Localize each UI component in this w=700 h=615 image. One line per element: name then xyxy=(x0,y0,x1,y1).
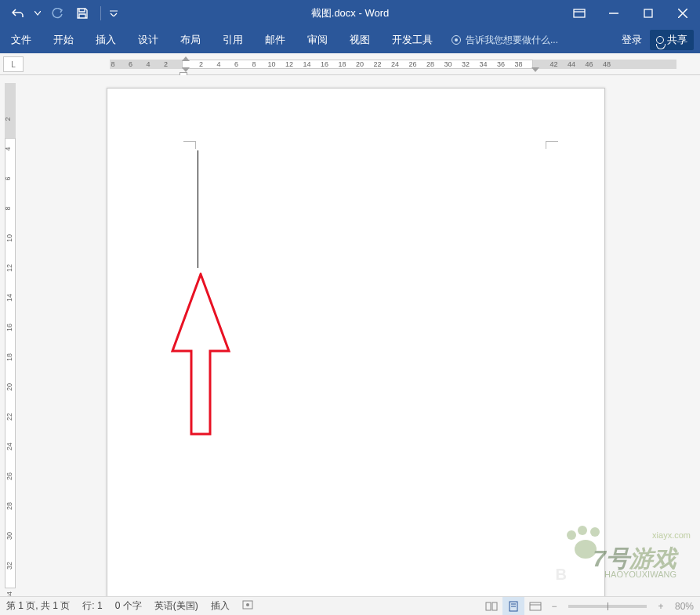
status-language[interactable]: 英语(美国) xyxy=(148,599,205,613)
right-indent-marker[interactable] xyxy=(531,67,539,72)
workspace: 246810121416182022242628303234 xyxy=(0,75,700,596)
h-ruler-tick: 10 xyxy=(267,60,275,68)
h-ruler-tick: 46 xyxy=(585,60,593,68)
horizontal-ruler[interactable]: 8642246810121416182022242628303234363842… xyxy=(24,56,700,72)
tab-selector[interactable]: L xyxy=(3,56,24,72)
margin-corner-top-right xyxy=(546,141,558,149)
v-ruler-tick: 6 xyxy=(4,176,12,180)
h-ruler-tick: 16 xyxy=(321,60,328,68)
v-ruler-tick: 32 xyxy=(5,562,13,570)
redo-icon[interactable] xyxy=(47,3,67,24)
h-ruler-tick: 2 xyxy=(164,60,168,68)
svg-point-5 xyxy=(246,603,249,606)
h-ruler-tick: 4 xyxy=(216,60,220,68)
title-bar: 截图.docx - Word xyxy=(0,0,700,27)
text-cursor xyxy=(198,150,198,268)
h-ruler-tick: 38 xyxy=(514,60,522,68)
v-ruler-tick: 30 xyxy=(5,532,13,540)
tab-insert[interactable]: 插入 xyxy=(85,27,127,53)
margin-corner-top-left xyxy=(183,141,196,149)
view-web-layout-icon[interactable] xyxy=(524,597,546,616)
ribbon-display-icon[interactable] xyxy=(562,0,597,27)
h-ruler-tick: 4 xyxy=(146,60,150,68)
v-ruler-tick: 20 xyxy=(5,383,13,391)
h-ruler-tick: 36 xyxy=(497,60,505,68)
vertical-ruler[interactable]: 246810121416182022242628303234 xyxy=(0,75,20,596)
maximize-icon[interactable] xyxy=(631,0,666,27)
zoom-level[interactable]: 80% xyxy=(669,601,700,612)
h-ruler-tick: 12 xyxy=(285,60,293,68)
svg-rect-6 xyxy=(486,602,491,610)
tab-design[interactable]: 设计 xyxy=(127,27,169,53)
tell-me-search[interactable]: 告诉我您想要做什么... xyxy=(452,27,558,53)
first-line-indent-marker[interactable] xyxy=(182,56,190,61)
window-controls xyxy=(562,0,700,27)
status-page[interactable]: 第 1 页, 共 1 页 xyxy=(0,599,76,613)
h-ruler-tick: 44 xyxy=(568,60,575,68)
v-ruler-tick: 4 xyxy=(4,147,12,150)
qat-separator xyxy=(100,6,101,20)
share-button[interactable]: 共享 xyxy=(650,30,694,50)
baidu-watermark: B xyxy=(556,566,567,584)
qat-customize-icon[interactable] xyxy=(109,3,118,24)
v-ruler-tick: 14 xyxy=(5,294,13,302)
v-ruler-tick: 16 xyxy=(5,324,13,331)
h-ruler-tick: 8 xyxy=(111,60,114,68)
view-read-mode-icon[interactable] xyxy=(481,597,502,616)
h-ruler-tick: 6 xyxy=(234,60,238,68)
lightbulb-icon xyxy=(452,35,461,45)
tab-review[interactable]: 审阅 xyxy=(296,27,339,53)
status-macro-icon[interactable] xyxy=(236,600,259,612)
horizontal-ruler-row: L 86422468101214161820222426283032343638… xyxy=(0,53,700,75)
h-ruler-tick: 26 xyxy=(408,60,416,68)
status-bar: 第 1 页, 共 1 页 行: 1 0 个字 英语(美国) 插入 − + 80% xyxy=(0,596,700,615)
document-title: 截图.docx - Word xyxy=(311,6,389,20)
v-ruler-tick: 22 xyxy=(5,413,13,421)
svg-rect-7 xyxy=(492,602,497,610)
document-canvas[interactable] xyxy=(20,75,700,596)
h-ruler-tick: 24 xyxy=(391,60,399,68)
h-ruler-tick: 30 xyxy=(444,60,452,68)
status-insert-mode[interactable]: 插入 xyxy=(205,599,236,613)
view-print-layout-icon[interactable] xyxy=(502,597,524,616)
v-ruler-tick: 2 xyxy=(4,117,12,121)
h-ruler-tick: 6 xyxy=(129,60,132,68)
annotation-arrow-icon xyxy=(169,273,232,437)
tell-me-placeholder: 告诉我您想要做什么... xyxy=(466,34,558,47)
close-icon[interactable] xyxy=(666,0,700,27)
login-button[interactable]: 登录 xyxy=(614,27,650,53)
tab-file[interactable]: 文件 xyxy=(0,27,42,53)
person-icon xyxy=(656,36,664,44)
v-ruler-tick: 8 xyxy=(4,206,12,210)
ribbon-tabs: 文件 开始 插入 设计 布局 引用 邮件 审阅 视图 开发工具 告诉我您想要做什… xyxy=(0,27,700,53)
h-ruler-tick: 42 xyxy=(549,60,557,68)
h-ruler-tick: 32 xyxy=(462,60,470,68)
h-ruler-tick: 34 xyxy=(479,60,487,68)
h-ruler-tick: 22 xyxy=(373,60,381,68)
share-label: 共享 xyxy=(667,33,687,47)
tab-mailings[interactable]: 邮件 xyxy=(254,27,296,53)
zoom-in-button[interactable]: + xyxy=(653,601,669,612)
v-ruler-tick: 18 xyxy=(5,353,13,361)
h-ruler-tick: 18 xyxy=(338,60,346,68)
tab-view[interactable]: 视图 xyxy=(339,27,381,53)
tab-home[interactable]: 开始 xyxy=(42,27,85,53)
svg-rect-0 xyxy=(574,9,585,17)
zoom-slider[interactable] xyxy=(568,605,647,608)
h-ruler-tick: 48 xyxy=(603,60,611,68)
undo-dropdown-icon[interactable] xyxy=(33,3,42,24)
svg-rect-3 xyxy=(644,9,652,17)
h-ruler-tick: 14 xyxy=(303,60,310,68)
save-icon[interactable] xyxy=(72,3,92,24)
tab-layout[interactable]: 布局 xyxy=(169,27,212,53)
v-ruler-tick: 12 xyxy=(5,264,13,272)
h-ruler-tick: 28 xyxy=(426,60,434,68)
svg-rect-11 xyxy=(530,602,541,610)
status-line[interactable]: 行: 1 xyxy=(76,599,108,613)
minimize-icon[interactable] xyxy=(597,0,631,27)
undo-icon[interactable] xyxy=(8,3,28,24)
status-word-count[interactable]: 0 个字 xyxy=(109,599,148,613)
zoom-out-button[interactable]: − xyxy=(546,601,562,612)
tab-developer[interactable]: 开发工具 xyxy=(381,27,444,53)
tab-references[interactable]: 引用 xyxy=(212,27,254,53)
